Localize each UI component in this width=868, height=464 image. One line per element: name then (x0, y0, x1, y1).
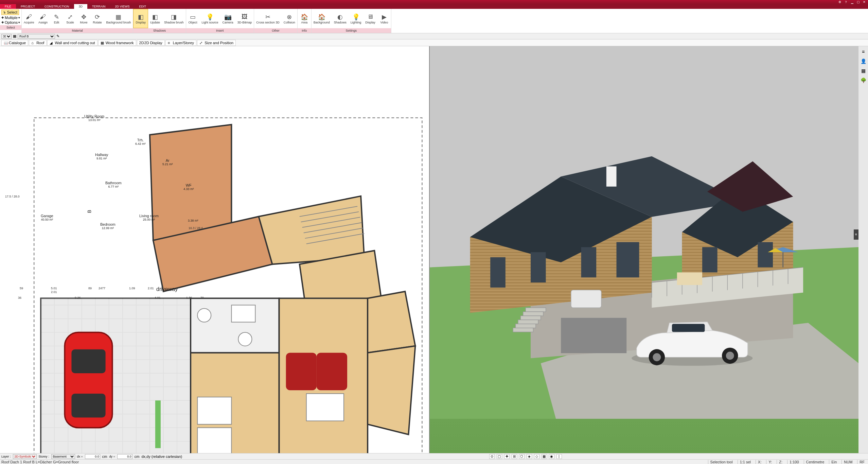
bitmap3d-button[interactable]: 🖼3D-Bitmap (235, 9, 254, 28)
bgbrush-button[interactable]: ▦Background brush (104, 9, 133, 28)
edit-icon: ✎ (52, 13, 60, 21)
menu-edit[interactable]: EDIT (135, 4, 151, 9)
ribbon-label-shadows: Shadows (133, 28, 185, 33)
shadows-set-button[interactable]: ◐Shadows (332, 9, 349, 28)
acquire-button[interactable]: 🖌Acquire (22, 9, 36, 28)
snap-icon-1[interactable]: ⊙ (489, 454, 495, 459)
shadow-display-button[interactable]: ◧Display (133, 9, 148, 28)
dim-11: 36 (18, 296, 21, 299)
titlebar: ⚙ ? ▁ ▢ ✕ (0, 0, 868, 4)
wall-roof-cutting-button[interactable]: ◢Wall and roof cutting out (47, 40, 97, 46)
svg-rect-18 (317, 353, 347, 390)
lighting-button[interactable]: 💡Lighting (349, 9, 364, 28)
layers-icon: ≡ (168, 41, 172, 45)
menu-construction[interactable]: CONSTRUCTION (40, 4, 74, 9)
cut-icon: ◢ (50, 41, 54, 45)
2d-display-button[interactable]: 2D2D Display (137, 40, 165, 46)
ribbon-group-settings: 🏠Background ◐Shadows 💡Lighting 🖥Display … (312, 9, 391, 33)
area-button[interactable]: 🏠Area (298, 9, 311, 28)
plan-view[interactable]: Utility Room13.01 m² Hallway9.81 m² Trh.… (0, 46, 430, 453)
svg-rect-51 (581, 247, 596, 277)
assign-button[interactable]: 🖌Assign (36, 9, 50, 28)
camera-button[interactable]: 📷Camera (220, 9, 235, 28)
svg-rect-1 (41, 298, 191, 453)
menu-project[interactable]: PROJECT (16, 4, 40, 9)
roof-button[interactable]: ⌂Roof (29, 40, 47, 46)
workspace: Utility Room13.01 m² Hallway9.81 m² Trh.… (0, 46, 868, 453)
layers-panel-icon[interactable]: ≡ (860, 48, 867, 55)
layer-select[interactable]: Roof B (18, 34, 55, 39)
scale-button[interactable]: ⤢Scale (63, 9, 77, 28)
status-z: Z: (777, 460, 784, 464)
ribbon-group-other: ✂Cross section 3D ⊗Collision Other (254, 9, 298, 33)
sysicon-close[interactable]: ✕ (862, 0, 867, 4)
object-button[interactable]: ▭Object (186, 9, 200, 28)
svg-point-81 (653, 353, 661, 361)
assign-icon: 🖌 (39, 13, 47, 21)
svg-rect-76 (513, 328, 533, 332)
multiple-toggle[interactable]: ✚ Multiple ▾ (1, 16, 20, 20)
lightsource-button[interactable]: 💡Light source (200, 9, 220, 28)
menu-file[interactable]: FILE (0, 4, 16, 9)
view-mode-select[interactable]: 3D (1, 34, 12, 39)
rotate-icon: ⟳ (93, 13, 101, 21)
3d-view[interactable]: ≡ (430, 46, 859, 453)
snap-icon-2[interactable]: ▢ (497, 454, 502, 459)
grid-panel-icon[interactable]: ▦ (860, 67, 867, 74)
ribbon-group-shadows: ◧Display ◧Update ◨Shadow brush Shadows (133, 9, 186, 33)
sysicon-min[interactable]: ▁ (850, 0, 854, 4)
snap-icon-10[interactable]: | (556, 454, 562, 459)
coordinate-bar: Layer : 2D-Symbole Storey : Basement dx … (0, 453, 868, 459)
snap-icon-7[interactable]: ◇ (534, 454, 539, 459)
select-button[interactable]: 🖱 Select (1, 10, 19, 15)
layer-combobox[interactable]: 2D-Symbole (13, 454, 37, 459)
wood-framework-button[interactable]: ▦Wood framework (98, 40, 136, 46)
svg-rect-49 (490, 257, 506, 288)
rotate-button[interactable]: ⟳Rotate (90, 9, 104, 28)
person-panel-icon[interactable]: 👤 (860, 58, 867, 65)
status-bar: Roof Dach 1 Roof B L=Dächer G=Ground flo… (0, 459, 868, 464)
status-num: NUM (842, 460, 854, 464)
sysicon-help[interactable]: ? (844, 0, 848, 4)
snap-icon-4[interactable]: ⊞ (512, 454, 517, 459)
storey-label: Storey : (39, 455, 49, 458)
snap-icon-8[interactable]: ▦ (542, 454, 547, 459)
dim-left: 17.5 / 28.0 (5, 195, 20, 198)
sysicon-max[interactable]: ▢ (856, 0, 861, 4)
menu-3d[interactable]: 3D (74, 4, 88, 9)
collision-button[interactable]: ⊗Collision (282, 9, 297, 28)
menu-2dviews[interactable]: 2D VIEWS (110, 4, 135, 9)
crosssection-button[interactable]: ✂Cross section 3D (254, 9, 282, 28)
ribbon-label-select: Select (0, 25, 21, 30)
options-toggle[interactable]: ✚ Options ▾ (1, 20, 20, 24)
snap-icon-6[interactable]: ◈ (527, 454, 532, 459)
side-panel-tab[interactable]: ≡ (854, 229, 858, 240)
shadow-display-icon: ◧ (137, 13, 145, 21)
svg-rect-73 (520, 316, 541, 320)
snap-icon-9[interactable]: ◉ (549, 454, 554, 459)
tree-panel-icon[interactable]: 🌳 (860, 77, 867, 84)
display-set-button[interactable]: 🖥Display (363, 9, 377, 28)
sysicon-settings[interactable]: ⚙ (837, 0, 842, 4)
shadow-update-button[interactable]: ◧Update (148, 9, 162, 28)
video-button[interactable]: ▶Video (377, 9, 391, 28)
dim-12: 9.26 (75, 296, 81, 299)
edit-pencil-icon[interactable]: ✎ (56, 34, 59, 38)
menu-terrain[interactable]: TERRAIN (87, 4, 110, 9)
editmat-button[interactable]: ✎Edit (50, 9, 63, 28)
object-icon: ▭ (189, 13, 197, 21)
move-button[interactable]: ✥Move (77, 9, 90, 28)
dy-input[interactable] (117, 454, 132, 459)
dx-input[interactable] (85, 454, 100, 459)
snap-icon-3[interactable]: ✚ (504, 454, 510, 459)
catalogue-button[interactable]: 📖Catalogue (1, 40, 28, 46)
ribbon-label-material: Material (22, 28, 133, 33)
background-button[interactable]: 🏠Background (312, 9, 332, 28)
storey-combobox[interactable]: Basement (51, 454, 75, 459)
size-position-button[interactable]: ⤢Size and Position (197, 40, 236, 46)
shadow-brush-button[interactable]: ◨Shadow brush (162, 9, 186, 28)
wood-icon: ▦ (101, 41, 105, 45)
snap-icon-5[interactable]: ⬡ (519, 454, 525, 459)
layer-storey-button[interactable]: ≡Layer/Storey (165, 40, 196, 46)
status-selection-path: Roof Dach 1 Roof B L=Dächer G=Ground flo… (1, 460, 79, 464)
